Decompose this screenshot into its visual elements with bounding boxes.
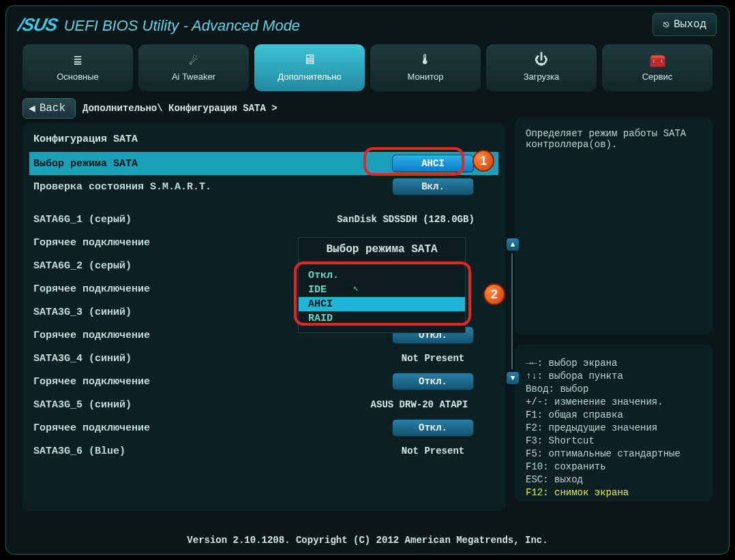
shortcut-line: Ввод: выбор [526,384,702,394]
exit-label: Выход [674,18,706,31]
annotation-badge-1: 1 [472,150,494,172]
shortcut-line-screenshot: F12: снимок экрана [526,487,702,498]
tab-main[interactable]: ≣ Основные [22,44,133,91]
section-title: Конфигурация SATA [29,129,498,152]
bios-frame: /SUS UEFI BIOS Utility - Advanced Mode ⎋… [5,5,730,555]
chip-icon: 🖥 [257,51,362,69]
row-label: Горячее подключение [33,422,372,434]
sata-mode-value-button[interactable]: AHCI [392,155,474,172]
page-title: UEFI BIOS Utility - Advanced Mode [64,17,300,35]
dropdown-option-disabled[interactable]: Откл. [299,268,465,283]
scroll-track-line [511,253,513,369]
list-icon: ≣ [25,51,130,69]
shortcut-line: F3: Shortcut [526,435,702,446]
settings-panel: Конфигурация SATA Выбор режима SATA AHCI… [22,123,505,511]
gauge-icon: ☄ [141,51,246,69]
exit-icon: ⎋ [663,18,670,31]
help-panel: Определяет режим работы SATA контроллера… [515,117,712,335]
tab-tool[interactable]: 🧰 Сервис [602,44,712,91]
row-value: Not Present [372,353,494,364]
shortcut-line: F10: сохранить [526,461,702,472]
shortcut-line: +/-: изменение значения. [526,396,702,407]
toolbox-icon: 🧰 [605,51,710,69]
dropdown-option-raid[interactable]: RAID [299,311,465,326]
tab-ai-tweaker[interactable]: ☄ Ai Tweaker [138,44,249,91]
row-label: Горячее подключение [33,376,372,388]
shortcut-panel: →←: выбор экрана ↑↓: выбора пункта Ввод:… [515,345,712,501]
hotplug-value-button[interactable]: Откл. [392,373,474,390]
back-button[interactable]: ◀ Back [22,98,76,119]
row-smart[interactable]: Проверка состояния S.M.A.R.T. Вкл. [29,175,498,198]
shortcut-line: F2: предыдущие значения [526,422,702,433]
row-value: ASUS DRW-20 ATAPI [344,399,494,410]
tab-boot[interactable]: ⏻ Загрузка [486,44,597,91]
row-label: Выбор режима SATA [33,158,372,170]
asus-logo: /SUS [16,14,59,35]
row-sata3g4: SATA3G_4 (синий) Not Present [29,347,498,370]
breadcrumb: Дополнительно\ Конфигурация SATA > [82,103,278,114]
help-text: Определяет режим работы SATA контроллера… [526,128,702,150]
power-icon: ⏻ [489,51,594,69]
shortcut-line: F5: оптимальные стандартные [526,448,702,459]
row-sata-mode[interactable]: Выбор режима SATA AHCI [29,152,498,175]
tab-bar: ≣ Основные ☄ Ai Tweaker 🖥 Дополнительно … [6,44,729,91]
scroll-down-button[interactable]: ▼ [507,372,519,384]
footer-version: Version 2.10.1208. Copyright (C) 2012 Am… [6,535,729,546]
shortcut-line: F1: общая справка [526,409,702,420]
hotplug-value-button[interactable]: Откл. [392,419,474,437]
shortcut-line: →←: выбор экрана [526,358,702,369]
row-sata6g1: SATA6G_1 (серый) SanDisk SDSSDH (128.0GB… [29,208,498,231]
row-label: SATA6G_1 (серый) [33,214,317,225]
exit-button[interactable]: ⎋ Выход [652,13,717,36]
back-arrow-icon: ◀ [29,102,35,115]
row-label: SATA3G_6 (Blue) [33,446,372,457]
shortcut-line: ↑↓: выбора пункта [526,371,702,382]
dropdown-option-ide[interactable]: IDE [299,283,465,297]
tab-advanced[interactable]: 🖥 Дополнительно [254,44,365,91]
row-value: SanDisk SDSSDH (128.0GB) [317,214,494,225]
sata-mode-dropdown[interactable]: Выбор режима SATA Откл. IDE AHCI RAID ↖ [298,237,466,333]
dropdown-option-ahci[interactable]: AHCI [299,297,465,311]
row-label: SATA3G_4 (синий) [33,353,372,364]
row-sata3g6: SATA3G_6 (Blue) Not Present [29,439,498,463]
dropdown-title: Выбор режима SATA [299,238,465,262]
row-sata3g5: SATA3G_5 (синий) ASUS DRW-20 ATAPI [29,393,498,416]
row-label: Проверка состояния S.M.A.R.T. [33,181,372,193]
scrollbar[interactable]: ▲ ▼ [507,238,518,382]
row-hotplug-4[interactable]: Горячее подключение Откл. [29,370,498,393]
cursor-icon: ↖ [353,283,359,294]
shortcut-line: ESC: выход [526,474,702,485]
thermometer-icon: 🌡 [373,51,478,69]
tab-monitor[interactable]: 🌡 Монитор [370,44,481,91]
annotation-badge-2: 2 [483,283,505,305]
smart-value-button[interactable]: Вкл. [392,178,474,196]
row-value: Not Present [372,446,494,456]
row-hotplug-5[interactable]: Горячее подключение Откл. [29,416,498,439]
scroll-up-button[interactable]: ▲ [507,238,519,251]
header: /SUS UEFI BIOS Utility - Advanced Mode ⎋… [6,6,729,40]
row-label: SATA3G_5 (синий) [33,399,344,411]
